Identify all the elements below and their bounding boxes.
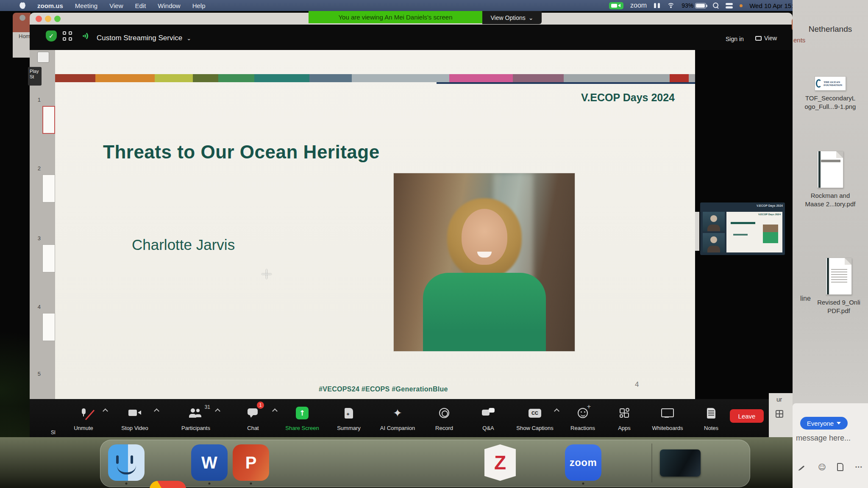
- zotero-glyph: Z: [494, 451, 506, 474]
- chat-message-input[interactable]: message here...: [796, 434, 851, 443]
- video-thumbnail-preview[interactable]: V.ECOP Days 2024 V.ECOP Days 2024: [700, 202, 785, 255]
- pip-mini-event: V.ECOP Days 2024: [758, 213, 781, 216]
- notes-doc-icon: [707, 408, 715, 419]
- chat-button[interactable]: 1 Chat: [228, 402, 278, 435]
- close-window-button[interactable]: [36, 16, 42, 22]
- unmute-button[interactable]: Unmute: [58, 402, 109, 435]
- screen-recording-camera-icon[interactable]: [609, 2, 623, 9]
- view-options-button[interactable]: View Options ⌄: [482, 11, 542, 24]
- view-options-label: View Options: [491, 14, 526, 21]
- share-screen-button[interactable]: ↑ Share Screen: [277, 402, 328, 435]
- battery-icon: [695, 3, 706, 8]
- microphone-muted-icon: [81, 408, 86, 418]
- dock-chrome-icon[interactable]: [150, 481, 186, 488]
- dock-word-icon[interactable]: W: [191, 444, 228, 481]
- stop-video-button[interactable]: Stop Video: [109, 402, 160, 435]
- gallery-grid-icon[interactable]: [63, 31, 72, 41]
- slide-color-stripe: [55, 74, 695, 82]
- pip-title-bar: [731, 222, 755, 224]
- minimize-window-button[interactable]: [45, 16, 51, 22]
- menu-item-window[interactable]: Window: [158, 2, 180, 9]
- leave-meeting-button[interactable]: Leave: [730, 409, 764, 423]
- summary-button[interactable]: ✦ Summary: [323, 402, 374, 435]
- dock-zotero-icon[interactable]: Z: [482, 444, 518, 481]
- record-button[interactable]: Record: [419, 402, 470, 435]
- chevron-down-icon: ⌄: [529, 14, 534, 21]
- dock-zoom-icon[interactable]: zoom: [565, 444, 601, 481]
- stripe-segment: [155, 74, 193, 82]
- show-captions-label: Show Captions: [509, 425, 560, 431]
- menu-item-view[interactable]: View: [109, 2, 123, 9]
- ocean-foundation-swirl-icon: [816, 79, 822, 88]
- desktop-file-rockman-pdf[interactable]: Rockman and Maase 2...tory.pdf: [793, 151, 868, 208]
- spotlight-search-icon[interactable]: [713, 3, 719, 8]
- view-layout-button[interactable]: View: [755, 35, 777, 42]
- dock-minimized-window[interactable]: [660, 449, 701, 477]
- unmute-label: Unmute: [58, 425, 109, 431]
- sign-in-link[interactable]: Sign in: [726, 36, 744, 42]
- dock-finder-icon[interactable]: [108, 444, 145, 481]
- fullscreen-window-button[interactable]: [54, 16, 61, 22]
- qa-button[interactable]: Q&A: [463, 402, 514, 435]
- background-window-traffic-light[interactable]: [19, 15, 25, 21]
- share-screen-icon: ↑: [296, 407, 309, 419]
- ai-companion-button[interactable]: ✦ AI Companion: [372, 402, 423, 435]
- view-layout-icon: [755, 36, 762, 41]
- menu-item-meeting[interactable]: Meeting: [75, 2, 97, 9]
- stripe-segment: [670, 74, 689, 82]
- whiteboards-button[interactable]: Whiteboards: [642, 402, 693, 435]
- camera-icon: [128, 409, 141, 417]
- window-pane-icon[interactable]: [776, 410, 783, 418]
- participant-video-tile[interactable]: [703, 233, 725, 252]
- play-slideshow-control: Play St: [28, 67, 42, 86]
- slide-event-name: V.ECOP Days 2024: [581, 92, 675, 104]
- chat-recipient-label: Everyone: [807, 420, 834, 427]
- thumbnail-number: 4: [34, 304, 41, 310]
- file-name: Maase 2...tory.pdf: [793, 200, 868, 208]
- presenter-photo: [394, 173, 575, 351]
- menu-bar-status: zoom 93% Wed 10 Apr 15:13: [609, 0, 800, 11]
- pip-portrait: [763, 225, 778, 243]
- show-captions-button[interactable]: CC Show Captions: [509, 402, 560, 435]
- desktop-file-revised-pdf[interactable]: Revised 9_Onli PDF.pdf: [793, 258, 868, 315]
- stop-label-fragment: St: [30, 74, 42, 80]
- zoom-statusbar-label[interactable]: zoom: [630, 2, 647, 9]
- panel-resize-handle[interactable]: [695, 212, 699, 251]
- format-text-icon[interactable]: [798, 463, 807, 471]
- dock-powerpoint-icon[interactable]: P: [233, 444, 269, 481]
- emoji-icon[interactable]: ☺: [818, 463, 826, 471]
- thumbnail-number: 3: [34, 235, 41, 241]
- chat-label: Chat: [228, 425, 278, 431]
- notes-button[interactable]: Notes: [686, 402, 737, 435]
- airpods-icon[interactable]: [654, 3, 660, 8]
- attach-file-icon[interactable]: [837, 463, 843, 471]
- stripe-segment: [309, 74, 352, 82]
- menu-item-edit[interactable]: Edit: [135, 2, 146, 9]
- wifi-icon[interactable]: [667, 3, 675, 8]
- chat-recipient-selector[interactable]: Everyone: [800, 417, 848, 430]
- chat-unread-badge: 1: [257, 402, 264, 409]
- desktop-file-tof-logo[interactable]: THE OCEAN FOUNDATION TOF_SecondaryL ogo_…: [793, 76, 868, 111]
- zoom-chat-panel: Everyone message here... ☺ •••: [793, 403, 868, 488]
- stripe-segment: [352, 74, 449, 82]
- doc-heading-bar: [821, 160, 840, 162]
- control-center-icon[interactable]: [726, 3, 733, 8]
- stripe-segment: [689, 74, 695, 82]
- macos-dock: W P APR 10 1 Z X zoom: [100, 440, 750, 487]
- stripe-segment: [55, 74, 95, 82]
- menu-item-help[interactable]: Help: [192, 2, 206, 9]
- slide-thumbnail-selected: [42, 106, 55, 134]
- more-options-icon[interactable]: •••: [855, 465, 862, 469]
- participants-button[interactable]: 31 Participants: [170, 402, 221, 435]
- apple-menu-icon[interactable]: [19, 2, 25, 9]
- background-window-home-tab: Hom: [13, 32, 31, 58]
- participant-video-tile[interactable]: [703, 212, 725, 231]
- file-name: PDF.pdf: [810, 307, 868, 315]
- battery-indicator: 93%: [682, 2, 706, 9]
- slide-hashtags: #VECOPS24 #ECOPS #GenerationBlue: [319, 385, 448, 393]
- menu-app-name[interactable]: zoom.us: [37, 2, 63, 9]
- dock-divider: [651, 444, 652, 482]
- apps-grid-icon: [619, 408, 629, 418]
- encryption-shield-icon[interactable]: ✓: [46, 30, 57, 42]
- streaming-service-menu[interactable]: Custom Streaming Service ⌄: [97, 34, 191, 42]
